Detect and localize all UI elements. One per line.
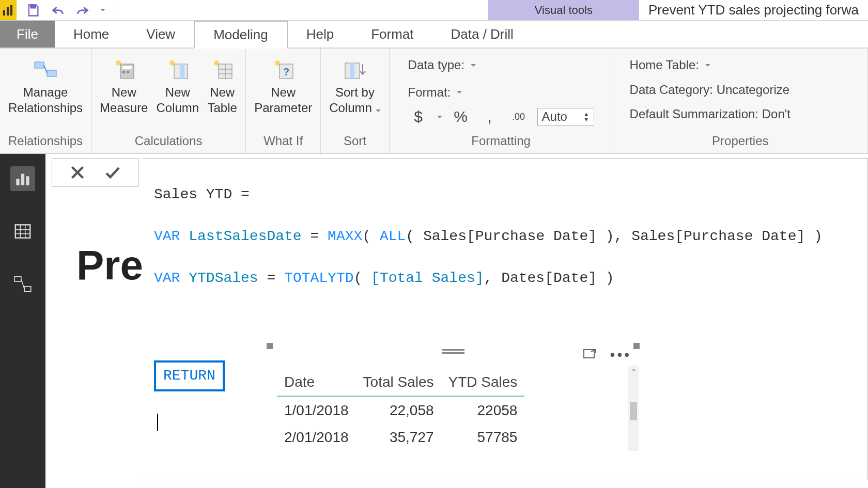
focus-mode-icon[interactable]	[583, 349, 598, 360]
qat-customize-dropdown[interactable]	[97, 0, 109, 21]
ribbon-group-relationships: Manage Relationships Relationships	[0, 49, 91, 153]
visual-tools-context-tab[interactable]: Visual tools	[488, 0, 639, 20]
vertical-scrollbar[interactable]: ˄	[628, 366, 639, 451]
decimal-places-spinner[interactable]: Auto ▲▼	[537, 108, 594, 125]
save-icon[interactable]	[23, 0, 43, 21]
sort-by-column-button[interactable]: Sort by Column	[325, 54, 384, 119]
quick-access-toolbar	[17, 0, 115, 20]
chevron-down-icon	[705, 64, 710, 67]
svg-rect-1	[7, 7, 9, 15]
new-column-icon	[163, 57, 193, 82]
ribbon-group-sort: Sort by Column Sort	[321, 49, 389, 153]
cell-ytd: 22058	[441, 397, 525, 424]
new-column-button[interactable]: New Column	[152, 54, 203, 119]
app-logo	[0, 0, 17, 20]
svg-rect-25	[16, 179, 19, 185]
report-view-button[interactable]	[10, 166, 35, 191]
chevron-down-icon[interactable]	[437, 116, 442, 118]
redo-icon[interactable]	[72, 0, 93, 21]
undo-icon[interactable]	[48, 0, 68, 21]
tab-help[interactable]: Help	[288, 21, 352, 48]
svg-line-6	[44, 65, 47, 73]
default-summarization-label: Default Summarization: Don't	[630, 107, 791, 121]
table-header-row: Date Total Sales YTD Sales	[277, 371, 524, 397]
data-type-dropdown[interactable]: Data type:	[408, 54, 594, 76]
text-cursor	[157, 414, 158, 431]
ribbon-tabs: File Home View Modeling Help Format Data…	[0, 21, 868, 49]
table-row[interactable]: 2/01/2018 35,727 57785	[277, 424, 524, 451]
format-dropdown[interactable]: Format:	[408, 81, 594, 104]
svg-rect-34	[24, 287, 31, 292]
group-label-calculations: Calculations	[135, 131, 203, 153]
table-row[interactable]: 1/01/2018 22,058 22058	[277, 397, 524, 424]
intellisense-suggestion[interactable]: RETURN	[154, 360, 225, 391]
svg-text:?: ?	[283, 66, 289, 77]
tab-view[interactable]: View	[128, 21, 194, 48]
svg-rect-28	[16, 225, 30, 238]
scroll-thumb[interactable]	[630, 402, 637, 420]
cell-date: 1/01/2018	[277, 397, 356, 424]
model-view-button[interactable]	[10, 272, 35, 296]
group-label-formatting: Formatting	[471, 131, 531, 153]
new-table-icon	[207, 57, 237, 82]
default-summarization-dropdown[interactable]: Default Summarization: Don't	[630, 103, 851, 125]
format-label: Format:	[408, 85, 451, 100]
col-header-date[interactable]: Date	[277, 371, 356, 397]
cell-date: 2/01/2018	[277, 424, 356, 451]
group-label-sort: Sort	[344, 131, 366, 153]
svg-rect-0	[3, 10, 5, 15]
new-measure-button[interactable]: New Measure	[96, 54, 152, 119]
svg-rect-2	[10, 5, 12, 15]
col-header-total-sales[interactable]: Total Sales	[356, 371, 441, 397]
relationships-icon	[30, 57, 60, 82]
visual-header: •••	[268, 344, 639, 366]
tab-data-drill[interactable]: Data / Drill	[432, 21, 532, 48]
percent-format-button[interactable]: %	[451, 108, 471, 125]
commit-icon[interactable]	[103, 163, 122, 182]
more-options-icon[interactable]: •••	[610, 347, 631, 363]
new-measure-label-1: New	[112, 85, 136, 100]
cell-ytd: 57785	[441, 424, 525, 451]
sort-icon	[340, 57, 370, 82]
data-view-button[interactable]	[10, 219, 35, 244]
svg-rect-33	[14, 277, 21, 282]
table-visual[interactable]: ••• ˄ Date Total Sales YTD Sales	[268, 344, 639, 451]
svg-rect-14	[180, 64, 184, 78]
decimal-places-icon: .00	[508, 112, 529, 122]
svg-rect-26	[21, 174, 24, 185]
ribbon-group-whatif: ? New Parameter What If	[246, 49, 321, 153]
chevron-down-icon	[376, 109, 381, 112]
col-header-ytd-sales[interactable]: YTD Sales	[441, 371, 525, 397]
formula-bar-controls	[52, 158, 138, 187]
left-view-nav	[0, 154, 45, 488]
new-table-label-1: New	[210, 85, 235, 100]
tab-modeling[interactable]: Modeling	[194, 21, 288, 49]
svg-rect-4	[35, 62, 44, 68]
scroll-up-arrow[interactable]: ˄	[629, 366, 638, 381]
new-table-button[interactable]: New Table	[203, 54, 241, 119]
drag-grip-icon[interactable]	[442, 349, 464, 354]
tab-home[interactable]: Home	[55, 21, 128, 48]
new-measure-label-2: Measure	[100, 100, 148, 116]
tab-format[interactable]: Format	[352, 21, 432, 48]
svg-rect-9	[122, 66, 132, 69]
document-title: Prevent YTD sales projecting forwa	[639, 0, 868, 20]
cancel-icon[interactable]	[68, 163, 87, 182]
ribbon-group-formatting: Data type: Format: $ % , .00 Auto ▲▼ For…	[390, 49, 613, 153]
thousands-separator-button[interactable]: ,	[479, 108, 500, 125]
svg-rect-27	[26, 176, 29, 185]
new-column-label-1: New	[165, 85, 190, 100]
new-parameter-button[interactable]: ? New Parameter	[250, 54, 316, 119]
home-table-label: Home Table:	[630, 58, 699, 72]
main-area: Prev Sales YTD = VAR LastSalesDate = MAX…	[0, 154, 868, 488]
ribbon-group-calculations: New Measure New Column New Table Calcula…	[91, 49, 246, 153]
home-table-dropdown[interactable]: Home Table:	[630, 54, 851, 76]
svg-rect-3	[30, 5, 35, 8]
manage-relationships-button[interactable]: Manage Relationships	[4, 54, 87, 119]
report-canvas[interactable]: Prev Sales YTD = VAR LastSalesDate = MAX…	[45, 154, 868, 488]
group-label-whatif: What If	[264, 131, 303, 153]
tab-file[interactable]: File	[0, 21, 55, 48]
currency-format-button[interactable]: $	[408, 108, 429, 125]
data-category-dropdown[interactable]: Data Category: Uncategorize	[630, 78, 851, 101]
data-table: Date Total Sales YTD Sales 1/01/2018 22,…	[277, 371, 524, 451]
